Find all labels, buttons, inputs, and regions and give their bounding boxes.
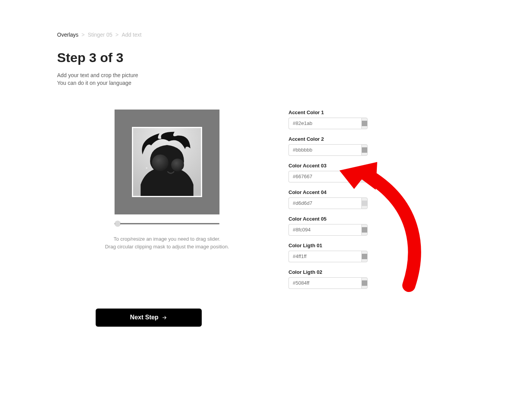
breadcrumb: Overlays > Stinger 05 > Add text xyxy=(57,32,513,38)
color-picker-button[interactable] xyxy=(361,224,368,236)
color-field-5: Color Ligth 01 xyxy=(289,243,353,262)
color-label: Color Accent 05 xyxy=(289,216,353,222)
image-cropper[interactable] xyxy=(115,110,219,214)
color-field-1: Accent Color 2 xyxy=(289,136,353,156)
chevron-right-icon: > xyxy=(115,32,118,38)
cropper-column: To crop/resize an image you need to drag… xyxy=(96,110,238,327)
page-subtitle: Add your text and crop the picture You c… xyxy=(57,71,513,87)
color-label: Color Ligth 01 xyxy=(289,243,353,248)
breadcrumb-item-0[interactable]: Overlays xyxy=(57,32,78,38)
color-swatch-icon xyxy=(362,201,367,206)
color-input-row xyxy=(289,251,353,262)
color-field-2: Color Accent 03 xyxy=(289,163,353,182)
next-step-label: Next Step xyxy=(130,314,159,321)
svg-point-3 xyxy=(146,167,147,169)
arrow-right-icon xyxy=(162,315,167,320)
color-picker-button[interactable] xyxy=(361,171,368,182)
crop-frame[interactable] xyxy=(132,127,202,197)
color-input-row xyxy=(289,277,353,289)
subtitle-line-1: Add your text and crop the picture xyxy=(57,72,138,78)
color-input-row xyxy=(289,171,353,182)
color-hex-input[interactable] xyxy=(289,277,361,289)
color-hex-input[interactable] xyxy=(289,144,361,156)
color-picker-button[interactable] xyxy=(361,277,368,289)
color-field-0: Accent Color 1 xyxy=(289,110,353,129)
color-picker-button[interactable] xyxy=(361,197,368,209)
color-input-row xyxy=(289,224,353,236)
color-label: Accent Color 2 xyxy=(289,136,353,142)
color-swatch-icon xyxy=(362,280,367,286)
color-swatch-icon xyxy=(362,147,367,153)
color-label: Accent Color 1 xyxy=(289,110,353,115)
color-input-row xyxy=(289,197,353,209)
helper-line-2: Drag circular clipping mask to adjust th… xyxy=(105,244,229,250)
slider-thumb[interactable] xyxy=(115,221,120,226)
color-label: Color Accent 03 xyxy=(289,163,353,169)
svg-point-1 xyxy=(152,154,169,171)
color-field-6: Color Ligth 02 xyxy=(289,269,353,289)
color-picker-button[interactable] xyxy=(361,251,368,262)
subtitle-line-2: You can do it on your language xyxy=(57,80,132,86)
color-hex-input[interactable] xyxy=(289,224,361,236)
slider-track xyxy=(115,223,219,224)
zoom-slider[interactable] xyxy=(115,221,219,227)
color-field-3: Color Accent 04 xyxy=(289,189,353,209)
breadcrumb-item-1[interactable]: Stinger 05 xyxy=(88,32,112,38)
color-field-4: Color Accent 05 xyxy=(289,216,353,236)
color-hex-input[interactable] xyxy=(289,118,361,129)
svg-point-2 xyxy=(171,159,184,171)
color-picker-button[interactable] xyxy=(361,118,368,129)
avatar-silhouette-icon xyxy=(133,128,201,196)
chevron-right-icon: > xyxy=(81,32,84,38)
color-picker-button[interactable] xyxy=(361,144,368,156)
color-swatch-icon xyxy=(362,227,367,233)
color-label: Color Ligth 02 xyxy=(289,269,353,275)
cropper-helper-text: To crop/resize an image you need to drag… xyxy=(105,235,229,251)
page-title: Step 3 of 3 xyxy=(57,50,513,65)
color-swatch-icon xyxy=(362,121,367,126)
color-input-row xyxy=(289,144,353,156)
color-label: Color Accent 04 xyxy=(289,189,353,195)
breadcrumb-item-2: Add text xyxy=(122,32,141,38)
next-step-button[interactable]: Next Step xyxy=(96,309,202,327)
color-hex-input[interactable] xyxy=(289,171,361,182)
color-hex-input[interactable] xyxy=(289,197,361,209)
color-fields-column: Accent Color 1Accent Color 2Color Accent… xyxy=(289,110,353,289)
color-swatch-icon xyxy=(362,254,367,259)
color-hex-input[interactable] xyxy=(289,251,361,262)
color-swatch-icon xyxy=(362,174,367,179)
color-input-row xyxy=(289,118,353,129)
helper-line-1: To crop/resize an image you need to drag… xyxy=(114,236,221,242)
